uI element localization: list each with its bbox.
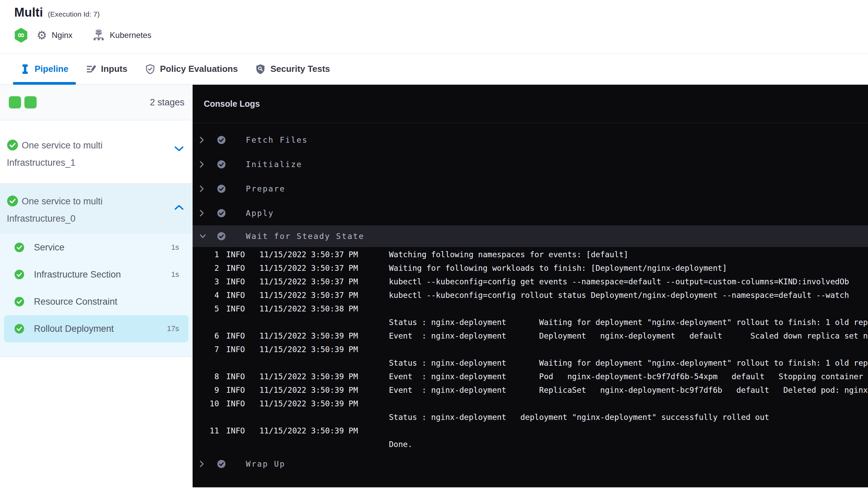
stages-sidebar: 2 stages One service to multi Infrastruc…	[0, 85, 193, 487]
log-section-title: Initialize	[246, 160, 302, 169]
log-line: 4INFO11/15/2022 3:50:37 PMkubectl --kube…	[193, 288, 868, 302]
log-line: 8INFO11/15/2022 3:50:39 PMEvent : nginx-…	[193, 370, 868, 383]
svg-text:∞: ∞	[17, 29, 25, 40]
step-resource-constraint[interactable]: Resource Constraint	[0, 288, 193, 315]
log-level: INFO	[226, 399, 245, 408]
log-level: INFO	[226, 291, 245, 300]
log-level: INFO	[226, 345, 245, 354]
tab-pipeline[interactable]: Pipeline	[13, 54, 76, 84]
shield-check-icon	[145, 64, 155, 74]
log-section-apply[interactable]: Apply	[193, 201, 868, 225]
log-section-wrap-up[interactable]: Wrap Up	[193, 452, 868, 476]
console-panel: Console Logs Fetch Files Initialize	[193, 85, 868, 487]
tab-label: Security Tests	[270, 64, 330, 74]
log-line-number: 9	[193, 386, 219, 394]
log-line: 2INFO11/15/2022 3:50:37 PMWaiting for fo…	[193, 261, 868, 275]
stage-item-infrastructures-1[interactable]: One service to multi Infrastructures_1	[0, 120, 193, 184]
log-line-number: 7	[193, 345, 219, 354]
log-line-number: 6	[193, 331, 219, 340]
log-timestamp: 11/15/2022 3:50:39 PM	[259, 372, 358, 381]
log-line-number: 8	[193, 372, 219, 381]
log-message: Event : nginx-deployment Pod nginx-deplo…	[389, 372, 868, 381]
log-message: Watching following namespaces for events…	[389, 250, 628, 259]
tab-security-tests[interactable]: Security Tests	[248, 54, 337, 84]
tab-bar: Pipeline Inputs Policy Evaluations	[0, 54, 868, 85]
chevron-up-icon[interactable]	[174, 200, 184, 215]
log-timestamp: 11/15/2022 3:50:39 PM	[259, 426, 358, 435]
chevron-right-icon	[199, 209, 206, 217]
success-check-icon	[14, 242, 24, 252]
console-title: Console Logs	[193, 85, 868, 123]
log-timestamp: 11/15/2022 3:50:38 PM	[259, 304, 358, 313]
log-line: Status : nginx-deployment Waiting for de…	[193, 356, 868, 370]
tab-label: Inputs	[101, 64, 127, 74]
log-section-prepare[interactable]: Prepare	[193, 177, 868, 201]
step-duration: 1s	[171, 243, 179, 252]
log-message: Event : nginx-deployment Deployment ngin…	[389, 331, 868, 340]
log-line-number: 4	[193, 291, 219, 300]
stage-item-infrastructures-0[interactable]: One service to multi Infrastructures_0	[0, 184, 193, 234]
kubernetes-icon	[92, 28, 105, 42]
step-infrastructure-section[interactable]: Infrastructure Section 1s	[0, 261, 193, 288]
log-line: 3INFO11/15/2022 3:50:37 PMkubectl --kube…	[193, 275, 868, 288]
tab-inputs[interactable]: Inputs	[79, 54, 135, 84]
inputs-icon	[86, 64, 96, 74]
stage-name: One service to multi Infrastructures_1	[7, 140, 103, 168]
chevron-down-icon[interactable]	[174, 141, 184, 156]
console-body: Fetch Files Initialize Prepare	[193, 123, 868, 487]
log-level: INFO	[226, 386, 245, 394]
log-timestamp: 11/15/2022 3:50:39 PM	[259, 386, 358, 394]
tab-label: Pipeline	[35, 64, 68, 74]
log-timestamp: 11/15/2022 3:50:39 PM	[259, 399, 358, 408]
log-level: INFO	[226, 250, 245, 259]
step-duration: 1s	[171, 270, 179, 279]
stage-success-square-icon	[24, 96, 37, 108]
success-check-icon	[14, 324, 24, 334]
log-message: kubectl --kubeconfig=config rollout stat…	[389, 291, 849, 300]
log-line: Done.	[193, 438, 868, 451]
chevron-right-icon	[199, 136, 206, 144]
log-message: Done.	[389, 440, 412, 449]
step-service[interactable]: Service 1s	[0, 234, 193, 261]
tab-policy-evaluations[interactable]: Policy Evaluations	[138, 54, 245, 84]
tab-label: Policy Evaluations	[160, 64, 238, 74]
log-level: INFO	[226, 304, 245, 313]
stage-text: One service to multi Infrastructures_0	[7, 194, 186, 226]
harness-cd-icon: ∞	[14, 28, 28, 43]
step-success-icon	[217, 460, 226, 468]
log-section-title: Apply	[246, 209, 274, 218]
step-rollout-deployment[interactable]: Rollout Deployment 17s	[4, 315, 189, 342]
step-label: Infrastructure Section	[34, 269, 171, 280]
chevron-down-icon	[199, 234, 206, 239]
log-level: INFO	[226, 426, 245, 435]
log-timestamp: 11/15/2022 3:50:37 PM	[259, 264, 358, 272]
stages-summary: 2 stages	[0, 85, 193, 120]
log-message: Waiting for following workloads to finis…	[389, 264, 727, 272]
log-section-title: Wrap Up	[246, 460, 285, 468]
log-section-initialize[interactable]: Initialize	[193, 152, 868, 177]
chevron-right-icon	[199, 185, 206, 192]
log-line: Status : nginx-deployment Waiting for de…	[193, 316, 868, 329]
log-timestamp: 11/15/2022 3:50:39 PM	[259, 331, 358, 340]
step-success-icon	[217, 136, 226, 144]
log-output: 1INFO11/15/2022 3:50:37 PMWatching follo…	[193, 248, 868, 451]
title-row: Multi (Execution Id: 7)	[14, 0, 868, 20]
log-timestamp: 11/15/2022 3:50:37 PM	[259, 291, 358, 300]
success-check-icon	[7, 195, 18, 211]
step-success-icon	[217, 232, 226, 241]
service-tag: ⚙ Nginx	[37, 29, 73, 41]
service-name: Nginx	[52, 30, 72, 40]
success-check-icon	[14, 297, 24, 307]
log-section-fetch-files[interactable]: Fetch Files	[193, 128, 868, 152]
log-message: Event : nginx-deployment ReplicaSet ngin…	[389, 386, 868, 394]
log-section-wait-for-steady-state[interactable]: Wait for Steady State	[193, 225, 868, 247]
log-level: INFO	[226, 372, 245, 381]
log-section-title: Fetch Files	[246, 136, 308, 144]
log-line-number: 10	[193, 399, 219, 408]
infrastructure-tag: Kubernetes	[92, 28, 152, 42]
log-message: Status : nginx-deployment deployment "ng…	[389, 413, 769, 422]
pipeline-icon	[20, 64, 30, 74]
stage-success-square-icon	[9, 96, 21, 108]
log-timestamp: 11/15/2022 3:50:37 PM	[259, 250, 358, 259]
step-success-icon	[217, 209, 226, 218]
